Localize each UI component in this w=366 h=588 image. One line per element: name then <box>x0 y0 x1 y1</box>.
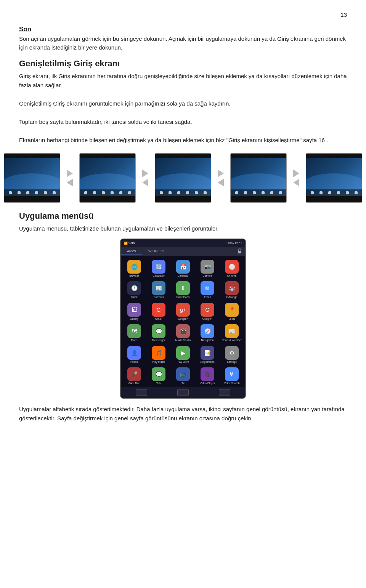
app-icon[interactable]: 🌐Browser <box>122 258 146 279</box>
arrow-4 <box>287 170 306 186</box>
nav-recent-btn[interactable] <box>219 389 230 396</box>
app-icon[interactable]: GGmail <box>147 301 170 322</box>
app-icon[interactable]: 🕐Clock <box>122 280 146 300</box>
screen-4 <box>230 153 287 203</box>
genisletilmis-para4-end: . <box>326 137 328 143</box>
screen-2 <box>79 153 136 203</box>
app-icon[interactable]: 📚E-Manga <box>220 280 244 300</box>
screens-row <box>19 153 347 203</box>
uygulama-section: Uygulama menüsü Uygulama menüsü, tableti… <box>19 211 347 423</box>
genisletilmis-body: Giriş ekranı, ilk Giriş ekranının her ta… <box>19 72 347 145</box>
screen-1 <box>4 153 60 203</box>
app-tabs: APPS WIDGETS <box>121 247 245 256</box>
app-bottom-bar <box>121 387 245 398</box>
arrow-3 <box>211 170 230 186</box>
app-icon[interactable]: 👤People <box>122 344 146 365</box>
app-icon[interactable]: 💬Messenger <box>147 323 170 343</box>
app-icon[interactable]: ✉Email <box>196 280 219 300</box>
arrow-2 <box>136 170 155 186</box>
lock-icon <box>238 248 242 255</box>
app-icon[interactable]: 📝Registration <box>196 344 219 365</box>
app-icon[interactable]: 🎵Play Music <box>147 344 170 365</box>
app-icon[interactable]: ⚪Chrome <box>220 258 244 279</box>
genisletilmis-section: Genişletilmiş Giriş ekranı Giriş ekranı,… <box>19 59 347 145</box>
app-icon[interactable]: 🎤Voice Rec. <box>122 366 146 386</box>
page-number: 13 <box>19 11 347 18</box>
app-icon[interactable]: 📷Camera <box>196 258 219 279</box>
arrow-1 <box>60 170 79 186</box>
app-icon[interactable]: ⬇Downloads <box>171 280 195 300</box>
app-tab-apps[interactable]: APPS <box>121 248 142 255</box>
app-icon[interactable]: 📅Calendar <box>171 258 195 279</box>
svg-rect-0 <box>238 251 241 253</box>
screen-3 <box>155 153 211 203</box>
uygulama-intro: Uygulama menüsü, tabletinizde bulunan uy… <box>19 224 347 233</box>
nav-home-btn[interactable] <box>177 389 189 396</box>
genisletilmis-para1: Giriş ekranı, ilk Giriş ekranının her ta… <box>19 73 347 88</box>
app-icon[interactable]: 🖼Gallery <box>122 301 146 322</box>
app-icon[interactable]: ▶Play Store <box>171 344 195 365</box>
app-icon[interactable]: ⚙Settings <box>220 344 244 365</box>
genisletilmis-para4: Ekranların herhangi birinde bileşenleri … <box>19 137 225 143</box>
app-screen-container: 📶 WiFi 70% 12:01 APPS WIDGETS 🌐Browser🔢C… <box>19 239 347 399</box>
uygulama-heading: Uygulama menüsü <box>19 211 347 221</box>
app-icon[interactable]: 🧭Navigation <box>196 323 219 343</box>
app-icon[interactable]: 🎥Video Player <box>196 366 219 386</box>
app-icon[interactable]: g+Google+ <box>171 301 195 322</box>
nav-back-btn[interactable] <box>136 389 147 396</box>
app-icon[interactable]: 📺Tv <box>171 366 195 386</box>
genisletilmis-para4-link: "Giriş ekranını kişiselleştirme" sayfa 1… <box>226 137 325 143</box>
app-icon[interactable]: 📰News & Weather <box>220 323 244 343</box>
app-screen: 📶 WiFi 70% 12:01 APPS WIDGETS 🌐Browser🔢C… <box>120 239 246 399</box>
app-status-bar: 📶 WiFi 70% 12:01 <box>121 239 245 247</box>
app-icon[interactable]: GGoogle+ <box>196 301 219 322</box>
son-title: Son <box>19 26 347 33</box>
bottom-text: Uygulamalar alfabetik sırada gösterilmek… <box>19 405 347 423</box>
app-icon[interactable]: 📍Local <box>220 301 244 322</box>
app-icon[interactable]: 💬Talk <box>147 366 170 386</box>
app-icon[interactable]: 🎬Movie Studio <box>171 323 195 343</box>
son-section: Son Son açılan uygulamaları görmek için … <box>19 26 347 52</box>
app-tab-widgets[interactable]: WIDGETS <box>142 248 170 255</box>
app-icon[interactable]: 🎙Voice Search <box>220 366 244 386</box>
genisletilmis-para3: Toplam beş sayfa bulunmaktadır, iki tane… <box>19 119 192 125</box>
app-icon[interactable]: 🔢Calculator <box>147 258 170 279</box>
genisletilmis-para2: Genişletilmiş Giriş ekranını görüntüleme… <box>19 100 230 107</box>
son-text: Son açılan uygulamaları görmek için bu s… <box>19 35 347 52</box>
screen-5 <box>306 153 362 203</box>
app-icon[interactable]: 📰Currents <box>147 280 170 300</box>
app-grid: 🌐Browser🔢Calculator📅Calendar📷Camera⚪Chro… <box>121 256 245 389</box>
genisletilmis-heading: Genişletilmiş Giriş ekranı <box>19 59 347 69</box>
app-icon[interactable]: 🗺Maps <box>122 323 146 343</box>
